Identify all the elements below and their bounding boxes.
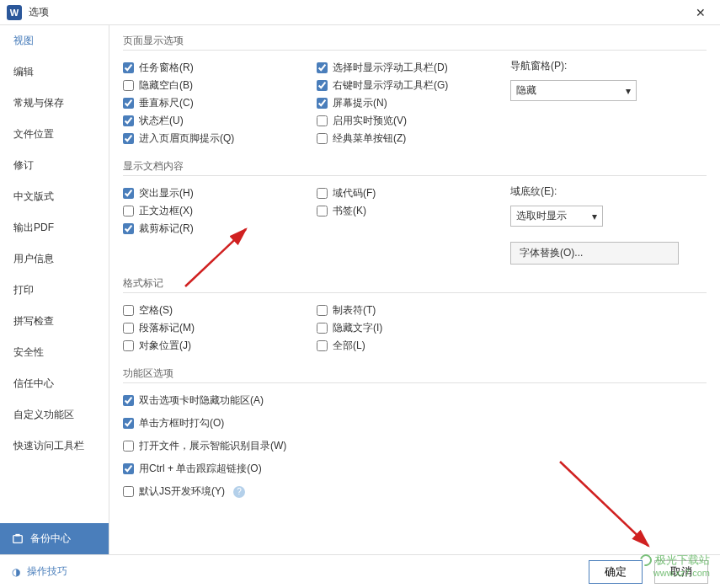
fm-b-checkbox-2[interactable]	[317, 340, 328, 351]
rb-label-0: 双击选项卡时隐藏功能区(A)	[139, 393, 264, 408]
rb-2[interactable]: 打开文件，展示智能识别目录(W)	[123, 437, 707, 455]
pd-b-label-2: 屏幕提示(N)	[333, 96, 387, 110]
fm-b-checkbox-0[interactable]	[317, 305, 328, 316]
app-icon: W	[7, 5, 22, 20]
dc-a-label-2: 裁剪标记(R)	[139, 222, 194, 236]
sidebar-item-8[interactable]: 打印	[0, 275, 109, 306]
dc-a-2[interactable]: 裁剪标记(R)	[123, 220, 308, 238]
sidebar-item-2[interactable]: 常规与保存	[0, 88, 109, 119]
pd-a-checkbox-1[interactable]	[123, 80, 134, 91]
dc-b-checkbox-0[interactable]	[317, 188, 328, 199]
rb-label-4: 默认JS开发环境(Y)	[139, 484, 225, 499]
dc-a-checkbox-2[interactable]	[123, 223, 134, 234]
fm-b-2[interactable]: 全部(L)	[317, 337, 502, 355]
pd-a-checkbox-4[interactable]	[123, 133, 134, 144]
pd-b-checkbox-4[interactable]	[317, 133, 328, 144]
fm-a-0[interactable]: 空格(S)	[123, 302, 308, 319]
pd-a-label-4: 进入页眉页脚提示(Q)	[139, 131, 234, 146]
dc-a-checkbox-1[interactable]	[123, 206, 134, 216]
rb-4[interactable]: 默认JS开发环境(Y)?	[123, 483, 707, 500]
backup-icon	[12, 533, 24, 545]
sidebar-item-10[interactable]: 安全性	[0, 337, 109, 368]
window-title: 选项	[29, 5, 688, 19]
dc-b-checkbox-1[interactable]	[317, 206, 328, 216]
pd-b-3[interactable]: 启用实时预览(V)	[317, 112, 502, 130]
pd-b-2[interactable]: 屏幕提示(N)	[317, 94, 502, 112]
dc-b-label-1: 书签(K)	[333, 204, 366, 218]
rb-label-3: 用Ctrl + 单击跟踪超链接(O)	[139, 462, 262, 476]
dc-a-label-0: 突出显示(H)	[139, 186, 194, 200]
sidebar-item-4[interactable]: 修订	[0, 150, 109, 181]
sidebar-item-9[interactable]: 拼写检查	[0, 306, 109, 337]
pd-b-label-3: 启用实时预览(V)	[333, 114, 407, 128]
rb-0[interactable]: 双击选项卡时隐藏功能区(A)	[123, 392, 707, 409]
pd-a-0[interactable]: 任务窗格(R)	[123, 59, 308, 77]
pd-b-label-4: 经典菜单按钮(Z)	[333, 131, 406, 146]
pd-a-2[interactable]: 垂直标尺(C)	[123, 94, 308, 112]
pd-b-label-1: 右键时显示浮动工具栏(G)	[333, 78, 448, 93]
pd-b-1[interactable]: 右键时显示浮动工具栏(G)	[317, 77, 502, 94]
fm-a-checkbox-2[interactable]	[123, 340, 134, 351]
pd-b-checkbox-1[interactable]	[317, 80, 328, 91]
backup-center-button[interactable]: 备份中心	[0, 523, 109, 554]
sidebar-item-13[interactable]: 快速访问工具栏	[0, 430, 109, 462]
field-shading-select[interactable]: 选取时显示 ▾	[510, 206, 603, 227]
fm-a-checkbox-1[interactable]	[123, 323, 134, 334]
sidebar-item-5[interactable]: 中文版式	[0, 181, 109, 212]
dc-a-checkbox-0[interactable]	[123, 188, 134, 199]
cancel-button[interactable]: 取消	[654, 560, 708, 584]
pd-a-checkbox-0[interactable]	[123, 62, 134, 73]
fm-b-label-2: 全部(L)	[333, 339, 365, 353]
help-icon[interactable]: ?	[233, 486, 245, 498]
pd-a-label-3: 状态栏(U)	[139, 114, 184, 128]
pd-a-1[interactable]: 隐藏空白(B)	[123, 77, 308, 94]
sidebar-item-11[interactable]: 信任中心	[0, 368, 109, 399]
section-ribbon-title: 功能区选项	[123, 366, 707, 383]
dc-a-label-1: 正文边框(X)	[139, 204, 193, 218]
dc-a-0[interactable]: 突出显示(H)	[123, 184, 308, 202]
sidebar-item-6[interactable]: 输出PDF	[0, 212, 109, 243]
pd-b-4[interactable]: 经典菜单按钮(Z)	[317, 130, 502, 147]
dc-b-0[interactable]: 域代码(F)	[317, 184, 502, 202]
ok-button[interactable]: 确定	[589, 560, 643, 584]
sidebar-item-12[interactable]: 自定义功能区	[0, 399, 109, 430]
rb-label-1: 单击方框时打勾(O)	[139, 416, 224, 430]
rb-checkbox-1[interactable]	[123, 418, 134, 429]
rb-1[interactable]: 单击方框时打勾(O)	[123, 414, 707, 432]
font-substitution-button[interactable]: 字体替换(O)...	[510, 242, 679, 265]
close-icon[interactable]: ✕	[688, 0, 713, 25]
pd-b-checkbox-2[interactable]	[317, 98, 328, 109]
svg-rect-1	[15, 533, 19, 536]
pd-b-checkbox-0[interactable]	[317, 62, 328, 73]
sidebar-item-1[interactable]: 编辑	[0, 56, 109, 88]
rb-3[interactable]: 用Ctrl + 单击跟踪超链接(O)	[123, 460, 707, 478]
pd-a-checkbox-3[interactable]	[123, 115, 134, 126]
nav-pane-label: 导航窗格(P):	[510, 59, 679, 73]
pd-a-checkbox-2[interactable]	[123, 98, 134, 109]
fm-b-0[interactable]: 制表符(T)	[317, 302, 502, 319]
pd-b-checkbox-3[interactable]	[317, 115, 328, 126]
rb-label-2: 打开文件，展示智能识别目录(W)	[139, 439, 286, 453]
rb-checkbox-4[interactable]	[123, 486, 134, 497]
sidebar-item-3[interactable]: 文件位置	[0, 119, 109, 150]
pd-b-0[interactable]: 选择时显示浮动工具栏(D)	[317, 59, 502, 77]
sidebar-item-0[interactable]: 视图	[0, 25, 109, 56]
dc-a-1[interactable]: 正文边框(X)	[123, 202, 308, 220]
fm-a-2[interactable]: 对象位置(J)	[123, 337, 308, 355]
dc-b-1[interactable]: 书签(K)	[317, 202, 502, 220]
fm-b-1[interactable]: 隐藏文字(I)	[317, 319, 502, 337]
tips-icon: ◑	[12, 566, 20, 578]
fm-b-checkbox-1[interactable]	[317, 323, 328, 334]
pd-a-4[interactable]: 进入页眉页脚提示(Q)	[123, 130, 308, 147]
pd-a-3[interactable]: 状态栏(U)	[123, 112, 308, 130]
nav-pane-select[interactable]: 隐藏 ▾	[510, 80, 637, 101]
chevron-down-icon: ▾	[626, 85, 631, 97]
rb-checkbox-0[interactable]	[123, 395, 134, 406]
rb-checkbox-2[interactable]	[123, 441, 134, 452]
tips-link[interactable]: 操作技巧	[27, 564, 577, 579]
svg-rect-0	[13, 535, 23, 543]
fm-a-checkbox-0[interactable]	[123, 305, 134, 316]
fm-a-1[interactable]: 段落标记(M)	[123, 319, 308, 337]
rb-checkbox-3[interactable]	[123, 463, 134, 474]
sidebar-item-7[interactable]: 用户信息	[0, 243, 109, 275]
